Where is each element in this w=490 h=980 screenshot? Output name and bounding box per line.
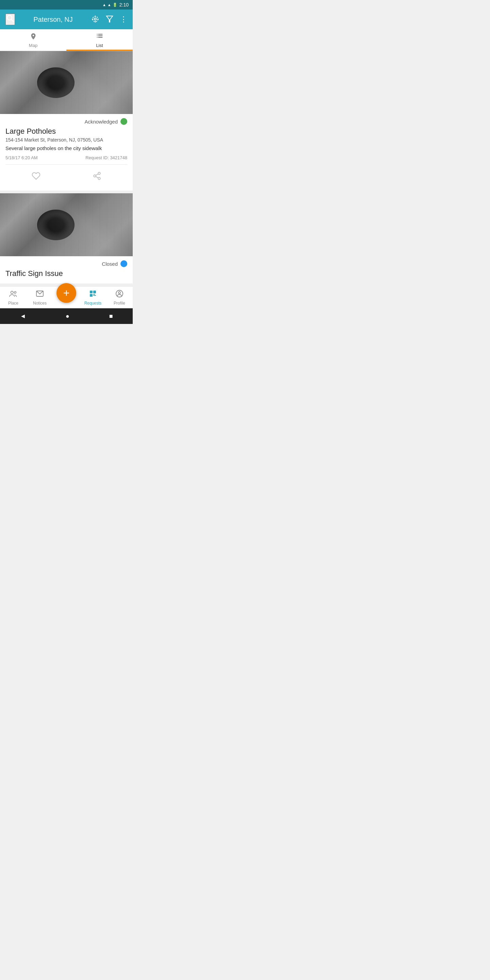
back-button[interactable]: ◄: [20, 313, 26, 320]
svg-rect-27: [93, 294, 95, 295]
top-action-icons: ⋮: [91, 15, 127, 24]
add-icon: +: [63, 288, 70, 298]
city-name: Paterson, NJ: [19, 16, 87, 24]
card-1-address: 154-154 Market St, Paterson, NJ, 07505, …: [5, 137, 127, 143]
notices-nav-icon: [36, 290, 44, 300]
home-button[interactable]: ●: [66, 313, 69, 320]
card-2: Closed Traffic Sign Issue: [0, 193, 133, 283]
recent-button[interactable]: ■: [109, 313, 113, 320]
svg-rect-14: [98, 37, 102, 38]
requests-nav-label: Requests: [84, 301, 102, 305]
svg-point-3: [92, 16, 98, 22]
like-button[interactable]: [18, 169, 54, 185]
card-1-image[interactable]: [0, 51, 133, 114]
notices-nav-label: Notices: [33, 301, 47, 305]
tab-map[interactable]: Map: [0, 29, 66, 51]
share-button[interactable]: [79, 169, 115, 185]
svg-line-1: [11, 20, 14, 22]
requests-nav-icon: [89, 290, 97, 300]
card-1-date: 5/18/17 6:20 AM: [5, 155, 38, 160]
list-tab-label: List: [96, 43, 103, 48]
svg-point-15: [98, 172, 100, 175]
svg-rect-13: [98, 35, 102, 36]
nav-place[interactable]: Place: [0, 290, 27, 305]
pothole-photo-2: [0, 193, 133, 256]
svg-rect-10: [97, 35, 97, 36]
svg-marker-8: [107, 16, 113, 22]
place-nav-icon: [9, 290, 18, 300]
card-2-status-label: Closed: [102, 261, 118, 267]
status-bar: ▲ ▲ 🔋 2:10: [0, 0, 133, 10]
card-1-status-dot: [121, 118, 127, 125]
wifi-icon: ▲: [102, 3, 106, 7]
map-tab-label: Map: [29, 43, 37, 48]
card-1-status-row: Acknowledged: [5, 118, 127, 125]
svg-rect-24: [93, 291, 96, 293]
top-bar: Paterson, NJ ⋮: [0, 10, 133, 29]
battery-icon: 🔋: [113, 3, 118, 7]
tab-bar: Map List: [0, 29, 133, 51]
system-nav: ◄ ● ■: [0, 308, 133, 324]
location-button[interactable]: [91, 15, 99, 24]
nav-requests[interactable]: Requests: [80, 290, 106, 305]
bottom-nav: Place Notices + Requests: [0, 286, 133, 308]
svg-point-29: [118, 292, 121, 294]
svg-rect-12: [98, 34, 102, 35]
card-2-body: Closed Traffic Sign Issue: [0, 256, 133, 283]
svg-line-19: [95, 174, 98, 175]
nav-notices[interactable]: Notices: [27, 290, 53, 305]
card-2-status-dot: [121, 260, 127, 267]
map-tab-icon: [30, 33, 37, 42]
tab-list[interactable]: List: [66, 29, 133, 51]
svg-rect-25: [90, 294, 92, 297]
svg-point-0: [7, 15, 12, 20]
svg-point-2: [94, 18, 96, 20]
add-fab-button[interactable]: +: [56, 283, 76, 303]
more-options-button[interactable]: ⋮: [120, 16, 127, 23]
place-nav-label: Place: [8, 301, 18, 305]
svg-rect-26: [93, 295, 96, 296]
card-1-body: Acknowledged Large Potholes 154-154 Mark…: [0, 114, 133, 191]
signal-icon: ▲: [108, 3, 111, 7]
svg-point-21: [14, 291, 16, 293]
search-button[interactable]: [5, 14, 15, 25]
profile-nav-icon: [115, 290, 124, 300]
svg-line-18: [95, 177, 98, 178]
card-1-actions: [5, 166, 127, 186]
nav-profile[interactable]: Profile: [106, 290, 133, 305]
status-icons: ▲ ▲ 🔋: [102, 3, 118, 7]
card-2-status-row: Closed: [5, 260, 127, 267]
card-2-title: Traffic Sign Issue: [5, 269, 127, 278]
list-tab-icon: [96, 33, 103, 42]
filter-button[interactable]: [105, 15, 114, 24]
card-1-status-label: Acknowledged: [84, 119, 118, 124]
svg-rect-11: [97, 37, 97, 38]
card-1-description: Several large potholes on the city sidew…: [5, 145, 127, 151]
card-1-meta: 5/18/17 6:20 AM Request ID: 3421748: [5, 155, 127, 165]
card-1: Acknowledged Large Potholes 154-154 Mark…: [0, 51, 133, 191]
card-2-image[interactable]: [0, 193, 133, 256]
svg-point-16: [94, 175, 96, 177]
profile-nav-label: Profile: [114, 301, 125, 305]
pothole-photo-1: [0, 51, 133, 114]
svg-rect-23: [90, 291, 92, 293]
svg-point-20: [11, 291, 13, 293]
card-1-request-id: Request ID: 3421748: [86, 155, 127, 160]
svg-point-17: [98, 177, 100, 180]
card-1-title: Large Potholes: [5, 127, 127, 136]
svg-rect-9: [97, 34, 97, 35]
content-area: Acknowledged Large Potholes 154-154 Mark…: [0, 51, 133, 283]
status-time: 2:10: [119, 2, 129, 8]
